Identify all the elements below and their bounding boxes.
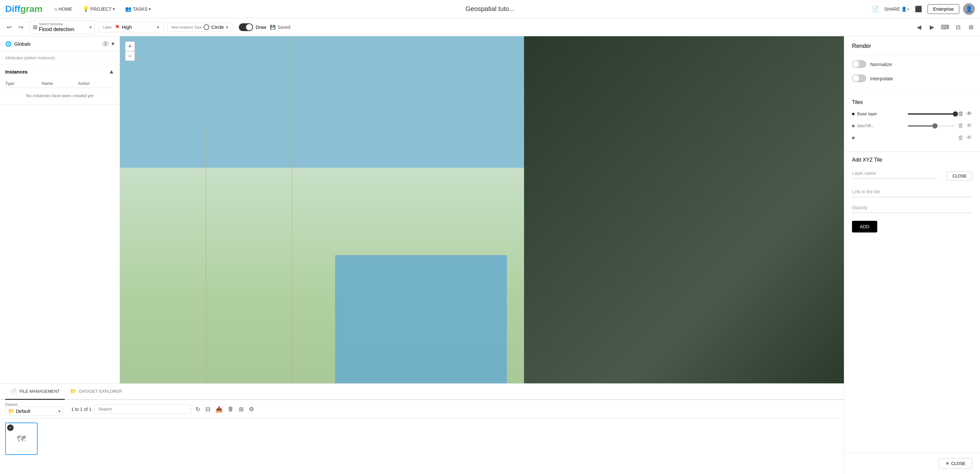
link-to-tile-input[interactable] [852,187,972,197]
add-xyz-section: Add XYZ Tile CLOSE ADD [844,152,980,238]
third-layer-actions: 🗑 👁 [958,134,972,141]
panel-footer: ✕ CLOSE [844,453,980,474]
second-layer-slider[interactable] [908,125,956,127]
close-panel-button[interactable]: ✕ CLOSE [939,458,972,469]
share-label: SHARE [885,6,900,12]
schema-value: Flood detection [39,27,74,32]
project-chevron-icon: ▾ [113,7,115,11]
nav-home[interactable]: ⌂ HOME [50,3,76,14]
normalize-label: Normalize [870,62,892,67]
interpolate-toggle-knob [853,75,859,82]
pagination-of: of [84,407,88,412]
instance-type-selector[interactable]: New Instance Type Circle ▾ [167,23,232,32]
saved-status: 💾 Saved [270,25,290,30]
interpolate-toggle[interactable] [852,75,866,82]
base-layer-row: Base layer 🗑 👁 [852,110,972,117]
instances-title: Instances [5,69,108,75]
add-user-icon: 👤+ [901,6,909,12]
settings-button[interactable]: ⚙ [248,404,255,414]
share-button[interactable]: SHARE 👤+ [885,6,909,12]
layer-name-input[interactable] [852,168,936,179]
label-selector[interactable]: Label ⚑ High ▾ [99,22,163,32]
dataset-label: Dataset [5,403,64,406]
third-layer-delete-button[interactable]: 🗑 [958,134,964,141]
doc-icon[interactable]: 📄 [870,4,880,14]
circle-instance-icon [204,24,209,30]
enterprise-button[interactable]: Enterprise [928,4,959,14]
keyboard-button[interactable]: ⌨ [940,22,950,32]
toolbar-right: ◀ ▶ ⌨ ⊟ ⊞ [914,22,976,32]
third-layer-dot [852,136,854,139]
bottom-content: Dataset 📁 Default ▾ 1 to 1 of 1 ↻ ⊟ 📤 🗑 … [0,400,980,474]
delete-button[interactable]: 🗑 [226,404,235,414]
base-layer-delete-button[interactable]: 🗑 [958,110,964,117]
base-layer-actions: 🗑 👁 [958,110,972,117]
search-input[interactable] [94,404,191,414]
normalize-toggle-knob [853,61,859,67]
schema-chevron-icon: ▾ [89,25,92,30]
draw-toggle[interactable]: Draw [239,23,266,31]
tab-dataset-explorer[interactable]: 📁 DATASET EXPLORER [65,384,127,400]
label-value: High [122,24,155,30]
grid-layout-button[interactable]: ⊞ [237,404,245,414]
tab-file-management[interactable]: 📄 FILE MANAGEMENT [5,384,65,400]
next-button[interactable]: ▶ [927,22,937,32]
bottom-bar: 📄 FILE MANAGEMENT 📁 DATASET EXPLORER Dat… [0,384,980,474]
file-grid: ✓ 🗺 [0,419,980,459]
instance-type-caption: New Instance Type [172,25,202,29]
nav-project[interactable]: 💡 PROJECT ▾ [79,3,119,14]
bottom-tabs: 📄 FILE MANAGEMENT 📁 DATASET EXPLORER [0,384,980,400]
opacity-input[interactable] [852,202,972,213]
close-inline-button[interactable]: CLOSE [947,171,972,181]
globals-chevron-icon[interactable]: ▾ [111,40,115,47]
instances-header[interactable]: Instances ▲ [5,68,115,75]
dataset-selector[interactable]: 📁 Default ▾ [5,406,64,416]
nav-home-label: HOME [59,6,72,12]
logo[interactable]: Diffgram [5,4,43,14]
render-panel-title: Render [844,36,980,55]
file-item[interactable]: ✓ 🗺 [5,423,38,455]
tiles-section: Tiles Base layer 🗑 👁 GeoTiff... [844,94,980,152]
schema-selector[interactable]: ⊞ Select Schema Flood detection ▾ [30,21,95,34]
filter-button[interactable]: ⊟ [204,404,212,414]
col-name: Name [41,81,78,86]
second-layer-visibility-button[interactable]: 👁 [966,122,972,129]
instances-section: Instances ▲ Type Name Action No instance… [0,65,119,105]
zoom-out-button[interactable]: − [125,51,135,61]
base-layer-visibility-button[interactable]: 👁 [966,110,972,117]
avatar[interactable]: 👤 [963,3,975,15]
upload-button[interactable]: 📤 [214,404,224,414]
instances-table-header: Type Name Action [5,79,115,88]
prev-button[interactable]: ◀ [914,22,924,32]
render-toggles-section: Normalize Interpolate [844,55,980,94]
draw-toggle-switch[interactable] [239,23,253,31]
base-layer-dot [852,113,854,115]
third-layer-visibility-button[interactable]: 👁 [966,134,972,141]
file-check-icon: ✓ [7,425,14,431]
map-zoom-controls: + − [125,41,135,61]
globals-header: 🌐 Globals 1 ▾ [0,36,119,51]
nav-tasks-label: TASKS [133,6,148,12]
zoom-in-button[interactable]: + [125,41,135,51]
dataset-chevron-icon: ▾ [58,409,60,414]
undo-button[interactable]: ↩ [4,22,14,32]
base-layer-slider[interactable] [908,113,956,115]
attributes-placeholder: Attributes (select instance) [5,55,55,60]
add-xyz-button[interactable]: ADD [852,221,877,233]
instance-type-chevron-icon: ▾ [226,25,228,30]
redo-button[interactable]: ↪ [16,22,26,32]
grid-view-button[interactable]: ⊟ [953,22,963,32]
top-nav: Diffgram ⌂ HOME 💡 PROJECT ▾ 👥 TASKS ▾ Ge… [0,0,980,18]
render-panel: Render Normalize Interpolate Tiles Base … [844,36,980,474]
toggle-knob [246,24,253,30]
split-view-button[interactable]: ⊞ [966,22,976,32]
layer-name-row: CLOSE [852,168,972,184]
nav-tasks[interactable]: 👥 TASKS ▾ [121,3,154,14]
nav-project-label: PROJECT [91,6,111,12]
layers-icon[interactable]: ⬛ [913,4,924,14]
col-action: Action [78,81,115,86]
label-caption: Label [103,25,111,29]
normalize-toggle[interactable] [852,60,866,68]
refresh-button[interactable]: ↻ [194,404,202,414]
second-layer-delete-button[interactable]: 🗑 [958,122,964,129]
